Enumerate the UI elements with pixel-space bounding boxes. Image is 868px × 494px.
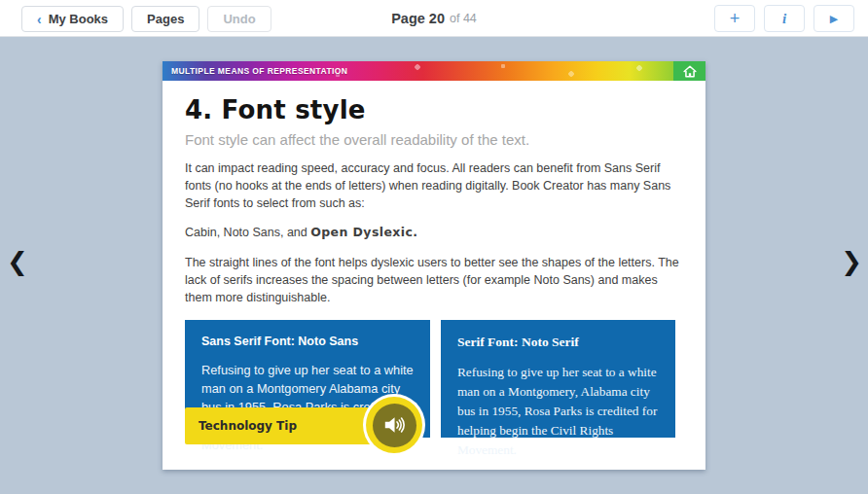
page-number: Page 20 bbox=[391, 11, 445, 26]
paragraph-3: The straight lines of the font helps dys… bbox=[185, 254, 683, 306]
serif-card-body: Refusing to give up her seat to a white … bbox=[457, 363, 659, 460]
paragraph-2: Cabin, Noto Sans, and Open Dyslexic. bbox=[185, 224, 683, 241]
toolbar-right-group: + i ▶ bbox=[714, 5, 854, 32]
info-icon: i bbox=[782, 11, 786, 27]
book-page: MULTIPLE MEANS OF REPRESENTATION 4. Font… bbox=[163, 61, 705, 470]
my-books-label: My Books bbox=[49, 12, 108, 26]
info-button[interactable]: i bbox=[764, 5, 805, 32]
home-icon bbox=[683, 65, 697, 78]
next-page-arrow[interactable]: ❯ bbox=[841, 249, 862, 274]
pages-label: Pages bbox=[147, 12, 184, 26]
paragraph-1: It can impact reading speed, accuracy an… bbox=[185, 159, 683, 212]
rainbow-header-strip: MULTIPLE MEANS OF REPRESENTATION bbox=[163, 61, 705, 81]
my-books-button[interactable]: ‹ My Books bbox=[21, 6, 124, 32]
serif-card-heading: Serif Font: Noto Serif bbox=[457, 335, 659, 350]
page-content: 4. Font style Font style can affect the … bbox=[163, 81, 705, 438]
play-button[interactable]: ▶ bbox=[814, 5, 854, 32]
technology-tip-label: Technology Tip bbox=[199, 419, 297, 433]
back-chevron-icon: ‹ bbox=[37, 13, 42, 26]
serif-card[interactable]: Serif Font: Noto Serif Refusing to give … bbox=[441, 320, 675, 438]
paragraph-2-prefix: Cabin, Noto Sans, and bbox=[185, 226, 310, 239]
pages-button[interactable]: Pages bbox=[131, 6, 199, 32]
page-total: of 44 bbox=[450, 12, 477, 25]
open-dyslexic-sample: Open Dyslexic. bbox=[310, 225, 417, 239]
home-button[interactable] bbox=[673, 61, 705, 81]
toolbar-left-group: ‹ My Books Pages Undo bbox=[21, 6, 271, 32]
speaker-icon bbox=[381, 412, 407, 438]
undo-label: Undo bbox=[223, 12, 255, 26]
audio-play-button[interactable] bbox=[366, 397, 422, 453]
strip-label: MULTIPLE MEANS OF REPRESENTATION bbox=[171, 66, 347, 76]
page-title: 4. Font style bbox=[185, 95, 683, 124]
plus-icon: + bbox=[730, 10, 741, 27]
undo-button[interactable]: Undo bbox=[207, 6, 271, 32]
add-button[interactable]: + bbox=[714, 5, 755, 32]
toolbar: ‹ My Books Pages Undo Page 20 of 44 + i … bbox=[0, 0, 868, 37]
audio-inner-circle bbox=[373, 404, 416, 447]
previous-page-arrow[interactable]: ❮ bbox=[7, 249, 28, 274]
page-subtitle: Font style can affect the overall readab… bbox=[185, 131, 683, 148]
sans-serif-card-heading: Sans Serif Font: Noto Sans bbox=[201, 335, 414, 348]
play-icon: ▶ bbox=[830, 13, 838, 25]
